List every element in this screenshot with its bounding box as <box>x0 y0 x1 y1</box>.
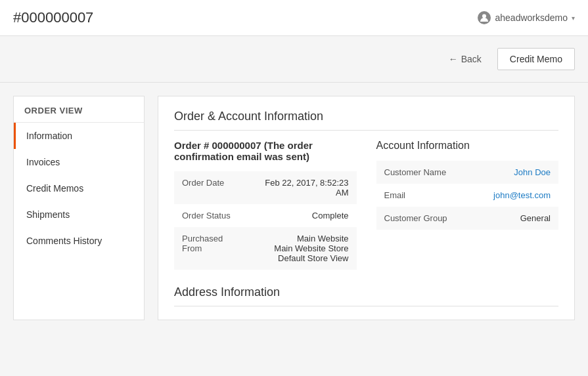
order-info-header: Order # 000000007 (The order confirmatio… <box>174 140 357 162</box>
sidebar-title: ORDER VIEW <box>14 96 144 123</box>
sidebar-item-label: Credit Memos <box>26 183 83 194</box>
table-row: Customer Group General <box>376 207 559 230</box>
sidebar-item-comments-history[interactable]: Comments History <box>14 228 144 254</box>
customer-name-value: John Doe <box>458 161 558 184</box>
order-date-label: Order Date <box>174 171 251 204</box>
order-date-value: Feb 22, 2017, 8:52:23 AM <box>251 171 357 204</box>
sidebar-item-shipments[interactable]: Shipments <box>14 201 144 228</box>
account-details-table: Customer Name John Doe Email john@test.c… <box>376 161 559 230</box>
table-row: Order Date Feb 22, 2017, 8:52:23 AM <box>174 171 357 204</box>
user-icon <box>478 11 491 24</box>
back-label: Back <box>461 54 482 64</box>
user-name: aheadworksdemo <box>495 12 568 23</box>
section-title: Order & Account Information <box>174 110 558 131</box>
sidebar-item-invoices[interactable]: Invoices <box>14 149 144 175</box>
customer-group-value: General <box>458 207 558 230</box>
table-row: Email john@test.com <box>376 184 559 207</box>
order-status-label: Order Status <box>174 204 251 227</box>
table-row: Customer Name John Doe <box>376 161 559 184</box>
customer-name-link[interactable]: John Doe <box>514 167 551 177</box>
info-columns: Order # 000000007 (The order confirmatio… <box>174 140 558 270</box>
sidebar: ORDER VIEW Information Invoices Credit M… <box>13 96 145 320</box>
table-row: Order Status Complete <box>174 204 357 227</box>
address-title: Address Information <box>174 285 558 306</box>
address-section: Address Information <box>174 285 558 306</box>
account-info-title: Account Information <box>376 140 559 152</box>
sidebar-item-information[interactable]: Information <box>14 123 144 149</box>
credit-memo-button[interactable]: Credit Memo <box>497 48 575 70</box>
chevron-down-icon: ▾ <box>572 14 575 22</box>
action-bar: ← Back Credit Memo <box>0 36 588 83</box>
email-link[interactable]: john@test.com <box>493 190 551 200</box>
sidebar-item-label: Invoices <box>26 157 60 167</box>
svg-point-0 <box>482 14 486 18</box>
user-menu[interactable]: aheadworksdemo ▾ <box>478 11 575 24</box>
email-label: Email <box>376 184 459 207</box>
order-info-column: Order # 000000007 (The order confirmatio… <box>174 140 357 270</box>
back-arrow-icon: ← <box>449 54 458 64</box>
purchased-from-value: Main WebsiteMain Website StoreDefault St… <box>251 227 357 270</box>
sidebar-item-label: Shipments <box>26 209 70 220</box>
order-status-value: Complete <box>251 204 357 227</box>
sidebar-item-label: Comments History <box>26 236 102 246</box>
email-value: john@test.com <box>458 184 558 207</box>
customer-group-label: Customer Group <box>376 207 459 230</box>
order-details-table: Order Date Feb 22, 2017, 8:52:23 AM Orde… <box>174 171 357 270</box>
content-area: Order & Account Information Order # 0000… <box>158 96 575 320</box>
sidebar-item-credit-memos[interactable]: Credit Memos <box>14 175 144 201</box>
customer-name-label: Customer Name <box>376 161 459 184</box>
sidebar-item-label: Information <box>26 131 72 141</box>
purchased-from-label: Purchased From <box>174 227 251 270</box>
back-button[interactable]: ← Back <box>449 54 482 64</box>
account-info-column: Account Information Customer Name John D… <box>376 140 559 270</box>
order-id: #000000007 <box>13 9 93 26</box>
main-content: ORDER VIEW Information Invoices Credit M… <box>0 83 588 333</box>
table-row: Purchased From Main WebsiteMain Website … <box>174 227 357 270</box>
top-header: #000000007 aheadworksdemo ▾ <box>0 0 588 36</box>
